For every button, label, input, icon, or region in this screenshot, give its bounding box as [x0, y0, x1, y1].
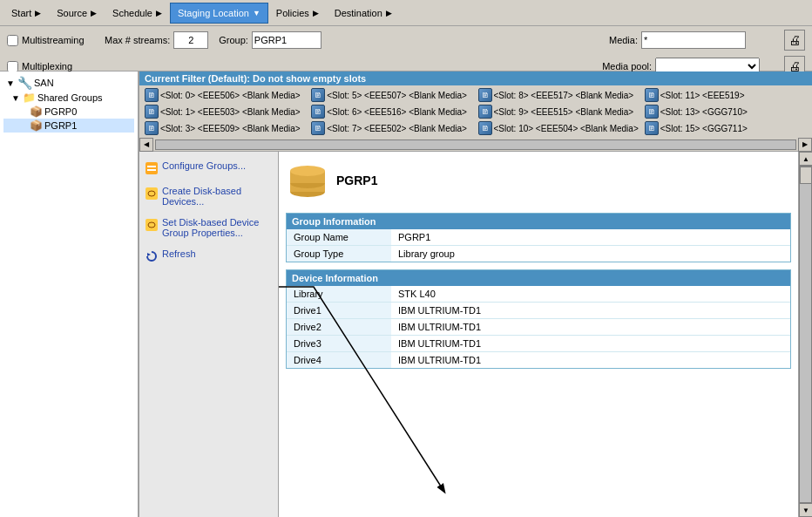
group-field-group: Group: — [219, 31, 321, 49]
slot-icon: 🖹 — [478, 121, 492, 135]
drive4-value: IBM ULTRIUM-TD1 — [391, 352, 790, 369]
main-area: ▼ 🔧 SAN ▼ 📁 Shared Groups 📦 PGRP0 📦 PGRP… — [0, 71, 812, 517]
group-header: PGRP1 — [286, 159, 791, 202]
table-row: Drive2 IBM ULTRIUM-TD1 — [287, 319, 790, 336]
slot-item[interactable]: 🖹 <Slot: 15> <GGG711> — [643, 120, 809, 136]
slot-icon: 🖹 — [645, 88, 659, 102]
vertical-scrollbar: ▲ ▼ — [798, 152, 812, 517]
pgrp0-icon: 📦 — [30, 105, 43, 118]
slot-item[interactable]: 🖹 <Slot: 0> <EEE506> <Blank Media> — [143, 87, 308, 103]
drive2-key: Drive2 — [287, 319, 391, 336]
table-row: Drive4 IBM ULTRIUM-TD1 — [287, 352, 790, 369]
slot-item[interactable]: 🖹 <Slot: 9> <EEE515> <Blank Media> — [477, 104, 642, 119]
media-input[interactable] — [641, 31, 746, 49]
slot-item[interactable]: 🖹 <Slot: 10> <EEE504> <Blank Media> — [477, 120, 642, 136]
actions-panel: Configure Groups... Create Disk-based De… — [139, 152, 279, 517]
detail-panel: PGRP1 Group Information Group Name PGRP1… — [279, 152, 798, 517]
svg-rect-5 — [145, 219, 158, 231]
max-streams-group: Max # streams: — [105, 31, 208, 49]
table-row: Drive3 IBM ULTRIUM-TD1 — [287, 336, 790, 352]
table-row: Library STK L40 — [287, 286, 790, 303]
group-type-key: Group Type — [287, 246, 391, 262]
library-value: STK L40 — [391, 286, 790, 303]
library-key: Library — [287, 286, 391, 303]
slot-item[interactable]: 🖹 <Slot: 7> <EEE502> <Blank Media> — [309, 120, 475, 136]
slot-item[interactable]: 🖹 <Slot: 6> <EEE516> <Blank Media> — [309, 104, 475, 119]
svg-rect-3 — [145, 187, 158, 200]
scroll-right-btn[interactable]: ▶ — [798, 138, 812, 152]
create-disk-based-action[interactable]: Create Disk-based Devices... — [143, 184, 274, 208]
slot-item[interactable]: 🖹 <Slot: 8> <EEE517> <Blank Media> — [477, 87, 642, 103]
group-info-table: Group Name PGRP1 Group Type Library grou… — [287, 229, 790, 262]
slot-item[interactable]: 🖹 <Slot: 5> <EEE507> <Blank Media> — [309, 87, 475, 103]
arrow-icon: ▶ — [156, 9, 162, 17]
scroll-up-btn[interactable]: ▲ — [799, 152, 812, 166]
group-title: PGRP1 — [336, 173, 377, 187]
shared-groups-icon: 📁 — [23, 92, 36, 104]
arrow-icon: ▶ — [35, 9, 41, 17]
options-bar: Multistreaming Max # streams: Group: Med… — [0, 26, 812, 71]
toolbar-staging-location[interactable]: Staging Location ▼ — [170, 3, 268, 24]
tree-shared-groups[interactable]: ▼ 📁 Shared Groups — [3, 91, 134, 105]
group-input[interactable] — [252, 31, 321, 49]
toolbar-start[interactable]: Start ▶ — [3, 3, 49, 24]
slot-icon: 🖹 — [478, 105, 492, 119]
drive1-key: Drive1 — [287, 303, 391, 319]
drive4-key: Drive4 — [287, 352, 391, 369]
slot-icon: 🖹 — [145, 105, 159, 119]
device-info-section: Device Information Library STK L40 Drive… — [286, 269, 791, 369]
svg-point-13 — [290, 166, 325, 176]
drive3-value: IBM ULTRIUM-TD1 — [391, 336, 790, 352]
group-name-value: PGRP1 — [391, 229, 790, 246]
tree-pgrp0[interactable]: 📦 PGRP0 — [3, 105, 134, 119]
vscroll-track[interactable] — [799, 166, 812, 503]
refresh-action[interactable]: Refresh — [143, 247, 274, 265]
expand-icon — [17, 121, 28, 131]
scrollbar-track[interactable] — [155, 139, 796, 150]
refresh-icon — [145, 249, 159, 263]
group-info-header: Group Information — [287, 214, 790, 229]
slot-item[interactable]: 🖹 <Slot: 11> <EEE519> — [643, 87, 809, 103]
toolbar: Start ▶ Source ▶ Schedule ▶ Staging Loca… — [0, 0, 812, 26]
slot-icon: 🖹 — [645, 121, 659, 135]
multistreaming-checkbox[interactable] — [7, 35, 18, 46]
slot-icon: 🖹 — [145, 88, 159, 102]
right-panel: Current Filter (Default): Do not show em… — [139, 71, 812, 517]
svg-rect-0 — [145, 162, 158, 174]
slot-icon: 🖹 — [311, 121, 325, 135]
toolbar-policies[interactable]: Policies ▶ — [268, 3, 327, 24]
vscroll-thumb[interactable] — [800, 167, 812, 184]
table-row: Group Type Library group — [287, 246, 790, 262]
arrow-icon: ▶ — [386, 9, 392, 17]
tree-pgrp1[interactable]: 📦 PGRP1 — [3, 119, 134, 133]
slot-item[interactable]: 🖹 <Slot: 1> <EEE503> <Blank Media> — [143, 104, 308, 119]
filter-bar: Current Filter (Default): Do not show em… — [139, 71, 812, 85]
device-info-table: Library STK L40 Drive1 IBM ULTRIUM-TD1 D… — [287, 286, 790, 368]
slot-icon: 🖹 — [645, 105, 659, 119]
slot-icon: 🖹 — [311, 105, 325, 119]
pgrp1-icon: 📦 — [30, 119, 43, 132]
arrow-icon: ▶ — [313, 9, 319, 17]
slot-icon: 🖹 — [145, 121, 159, 135]
arrow-icon: ▼ — [253, 9, 261, 17]
slot-item[interactable]: 🖹 <Slot: 13> <GGG710> — [643, 104, 809, 119]
configure-icon — [145, 161, 159, 175]
toolbar-schedule[interactable]: Schedule ▶ — [105, 3, 170, 24]
scroll-left-btn[interactable]: ◀ — [139, 138, 153, 152]
slot-item[interactable]: 🖹 <Slot: 3> <EEE509> <Blank Media> — [143, 120, 308, 136]
media-field-group: Media: — [609, 31, 746, 49]
toolbar-destination[interactable]: Destination ▶ — [327, 3, 400, 24]
expand-icon: ▼ — [10, 93, 21, 103]
svg-rect-1 — [147, 166, 156, 167]
multistreaming-option: Multistreaming — [7, 35, 94, 46]
max-streams-input[interactable] — [173, 31, 208, 49]
set-disk-based-props-action[interactable]: Set Disk-based Device Group Properties..… — [143, 215, 274, 240]
tree-san[interactable]: ▼ 🔧 SAN — [3, 75, 134, 91]
multiplexing-checkbox[interactable] — [7, 61, 18, 72]
configure-groups-action[interactable]: Configure Groups... — [143, 159, 274, 177]
scroll-down-btn[interactable]: ▼ — [799, 503, 812, 517]
drive1-value: IBM ULTRIUM-TD1 — [391, 303, 790, 319]
print-button[interactable]: 🖨 — [784, 30, 805, 51]
toolbar-source[interactable]: Source ▶ — [49, 3, 105, 24]
expand-icon — [17, 107, 28, 117]
